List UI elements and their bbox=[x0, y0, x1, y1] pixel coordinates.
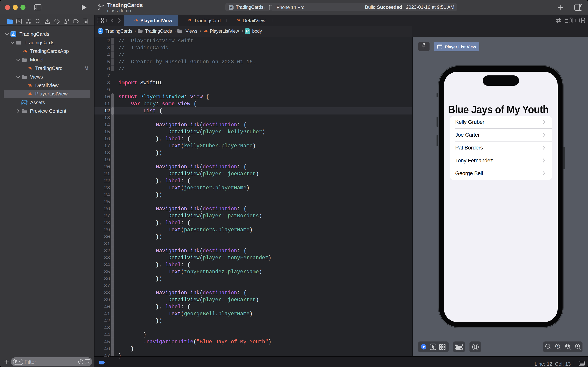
svg-text:1: 1 bbox=[557, 345, 558, 348]
